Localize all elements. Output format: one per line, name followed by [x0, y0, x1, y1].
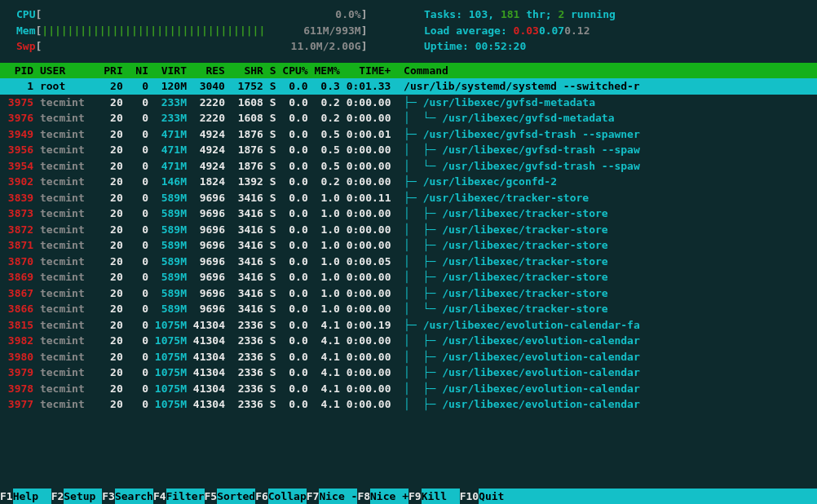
flabel-sorted[interactable]: Sorted: [217, 489, 255, 505]
process-row[interactable]: 3956 tecmint 20 0 471M 4924 1876 S 0.0 0…: [0, 142, 817, 158]
tree-branch-icon: │ ├─: [404, 366, 442, 378]
process-row[interactable]: 3979 tecmint 20 0 1075M 41304 2336 S 0.0…: [0, 365, 817, 381]
process-row[interactable]: 3873 tecmint 20 0 589M 9696 3416 S 0.0 1…: [0, 206, 817, 222]
flabel-search[interactable]: Search: [115, 489, 153, 505]
flabel-kill[interactable]: Kill: [422, 489, 460, 505]
tree-branch-icon: ├─: [404, 175, 422, 188]
header-meters: CPU[ 0.0%] Mem[|||||||||||||||||||||||||…: [0, 0, 817, 58]
tree-branch-icon: │ ├─: [404, 255, 442, 267]
swp-value: 11.0M/2.00G: [291, 38, 361, 55]
fkey-f7: F7: [307, 489, 320, 505]
flabel-quit[interactable]: Quit: [479, 489, 517, 505]
process-row[interactable]: 3980 tecmint 20 0 1075M 41304 2336 S 0.0…: [0, 349, 817, 365]
mem-total: 993M: [335, 23, 360, 39]
tree-branch-icon: │ └─: [404, 112, 442, 124]
tree-branch-icon: │ ├─: [404, 334, 442, 347]
load1: 0.03: [514, 23, 539, 39]
selected-process-row[interactable]: 1 root 20 0 120M 3040 1752 S 0.0 0.3 0:0…: [0, 78, 817, 95]
process-row[interactable]: 3839 tecmint 20 0 589M 9696 3416 S 0.0 1…: [0, 190, 817, 206]
fkey-f3: F3: [102, 489, 115, 505]
process-row[interactable]: 3815 tecmint 20 0 1075M 41304 2336 S 0.0…: [0, 317, 817, 334]
flabel-nice--[interactable]: Nice -: [319, 489, 357, 505]
tree-branch-icon: │ └─: [404, 303, 442, 315]
uptime-row: Uptime: 00:52:20: [424, 38, 809, 55]
flabel-setup[interactable]: Setup: [64, 489, 102, 505]
tree-branch-icon: ├─: [404, 192, 422, 204]
load-row: Load average: 0.03 0.07 0.12: [424, 23, 809, 39]
mem-meter: Mem[||||||||||||||||||||||||||||||||||| …: [16, 23, 391, 39]
process-row[interactable]: 3902 tecmint 20 0 146M 1824 1392 S 0.0 0…: [0, 174, 817, 190]
tree-branch-icon: ├─: [404, 319, 422, 331]
threads-count: 181: [501, 7, 519, 23]
flabel-collap[interactable]: Collap: [268, 489, 307, 505]
fkey-f6: F6: [255, 489, 268, 505]
tree-branch-icon: │ ├─: [404, 287, 442, 299]
tree-branch-icon: ├─: [404, 128, 422, 140]
column-header[interactable]: PID USER PRI NI VIRT RES SHR S CPU% MEM%…: [0, 63, 817, 79]
process-row[interactable]: 3866 tecmint 20 0 589M 9696 3416 S 0.0 1…: [0, 301, 817, 317]
fkey-f1: F1: [0, 489, 13, 505]
process-row[interactable]: 3978 tecmint 20 0 1075M 41304 2336 S 0.0…: [0, 381, 817, 397]
fkey-f8: F8: [357, 489, 370, 505]
process-row[interactable]: 3949 tecmint 20 0 471M 4924 1876 S 0.0 0…: [0, 126, 817, 143]
fkey-f4: F4: [153, 489, 166, 505]
swp-meter: Swp[ 11.0M/2.00G]: [16, 38, 391, 55]
tasks-count: 103: [469, 7, 488, 23]
swp-label: Swp: [16, 38, 35, 55]
process-row[interactable]: 3871 tecmint 20 0 589M 9696 3416 S 0.0 1…: [0, 237, 817, 254]
flabel-help[interactable]: Help: [13, 489, 51, 505]
process-row[interactable]: 3976 tecmint 20 0 233M 2220 1608 S 0.0 0…: [0, 110, 817, 126]
process-row[interactable]: 3977 tecmint 20 0 1075M 41304 2336 S 0.0…: [0, 396, 817, 413]
function-bar: F1Help F2Setup F3SearchF4FilterF5SortedF…: [0, 489, 817, 505]
load5: 0.07: [539, 23, 564, 39]
fkey-f5: F5: [205, 489, 218, 505]
process-list[interactable]: 3975 tecmint 20 0 233M 2220 1608 S 0.0 0…: [0, 95, 817, 413]
tree-branch-icon: │ ├─: [404, 382, 442, 395]
mem-used: 611M: [303, 23, 329, 39]
flabel-nice-+[interactable]: Nice +: [370, 489, 408, 505]
process-row[interactable]: 3867 tecmint 20 0 589M 9696 3416 S 0.0 1…: [0, 285, 817, 302]
stats-block: Tasks: 103, 181 thr; 2 running Load aver…: [424, 7, 809, 55]
process-row[interactable]: 3872 tecmint 20 0 589M 9696 3416 S 0.0 1…: [0, 222, 817, 238]
tasks-row: Tasks: 103, 181 thr; 2 running: [424, 7, 809, 23]
mem-bar: |||||||||||||||||||||||||||||||||||: [42, 23, 265, 39]
fkey-f10: F10: [460, 489, 479, 505]
tree-branch-icon: │ ├─: [404, 223, 442, 236]
load15: 0.12: [564, 23, 590, 39]
process-row[interactable]: 3954 tecmint 20 0 471M 4924 1876 S 0.0 0…: [0, 158, 817, 175]
process-row[interactable]: 3975 tecmint 20 0 233M 2220 1608 S 0.0 0…: [0, 95, 817, 111]
fkey-f2: F2: [51, 489, 64, 505]
cpu-meter: CPU[ 0.0%]: [16, 7, 391, 23]
tree-branch-icon: │ ├─: [404, 207, 442, 219]
cpu-value: 0.0%: [335, 7, 360, 23]
uptime: 00:52:20: [475, 38, 527, 55]
running-count: 2: [558, 7, 564, 23]
tree-branch-icon: │ ├─: [404, 271, 442, 283]
process-row[interactable]: 3870 tecmint 20 0 589M 9696 3416 S 0.0 1…: [0, 254, 817, 270]
tree-branch-icon: │ ├─: [404, 351, 442, 363]
cpu-label: CPU: [16, 7, 35, 23]
fkey-f9: F9: [408, 489, 422, 505]
mem-label: Mem: [16, 23, 35, 39]
process-row[interactable]: 3869 tecmint 20 0 589M 9696 3416 S 0.0 1…: [0, 269, 817, 285]
tree-branch-icon: │ └─: [404, 160, 442, 172]
process-row[interactable]: 3982 tecmint 20 0 1075M 41304 2336 S 0.0…: [0, 333, 817, 349]
tree-branch-icon: │ ├─: [404, 144, 442, 156]
flabel-filter[interactable]: Filter: [166, 489, 205, 505]
tree-branch-icon: │ ├─: [404, 239, 442, 251]
meter-bars: CPU[ 0.0%] Mem[|||||||||||||||||||||||||…: [16, 7, 391, 55]
tree-branch-icon: │ ├─: [404, 398, 442, 410]
tree-branch-icon: ├─: [404, 96, 422, 108]
